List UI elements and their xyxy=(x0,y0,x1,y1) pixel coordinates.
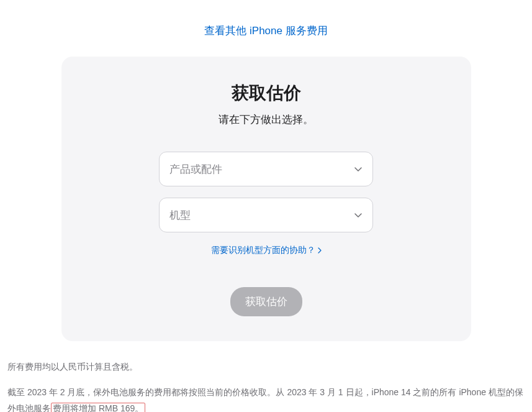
help-link-label: 需要识别机型方面的协助？ xyxy=(211,245,315,256)
top-link-container: 查看其他 iPhone 服务费用 xyxy=(0,0,532,57)
product-select[interactable]: 产品或配件 xyxy=(159,152,373,186)
estimate-card: 获取估价 请在下方做出选择。 产品或配件 机型 需要识别机型方面的协助？ 获取估… xyxy=(61,57,471,341)
card-subtitle: 请在下方做出选择。 xyxy=(92,112,440,127)
model-select[interactable]: 机型 xyxy=(159,198,373,232)
submit-container: 获取估价 xyxy=(92,287,440,316)
product-select-wrapper: 产品或配件 xyxy=(159,152,373,186)
get-estimate-button[interactable]: 获取估价 xyxy=(230,287,302,316)
product-select-placeholder: 产品或配件 xyxy=(169,162,222,176)
model-select-placeholder: 机型 xyxy=(169,208,191,222)
chevron-down-icon xyxy=(354,211,363,219)
other-services-link[interactable]: 查看其他 iPhone 服务费用 xyxy=(204,25,327,37)
footer-text: 所有费用均以人民币计算且含税。 截至 2023 年 2 月底，保外电池服务的费用… xyxy=(0,341,532,412)
chevron-right-icon xyxy=(318,247,322,254)
chevron-down-icon xyxy=(354,165,363,173)
model-select-wrapper: 机型 xyxy=(159,198,373,232)
footer-line-1: 所有费用均以人民币计算且含税。 xyxy=(7,359,525,375)
footer-line-2: 截至 2023 年 2 月底，保外电池服务的费用都将按照当前的价格收取。从 20… xyxy=(7,384,525,412)
card-title: 获取估价 xyxy=(92,81,440,105)
footer-highlight: 费用将增加 RMB 169。 xyxy=(51,403,145,412)
help-link[interactable]: 需要识别机型方面的协助？ xyxy=(211,245,322,256)
